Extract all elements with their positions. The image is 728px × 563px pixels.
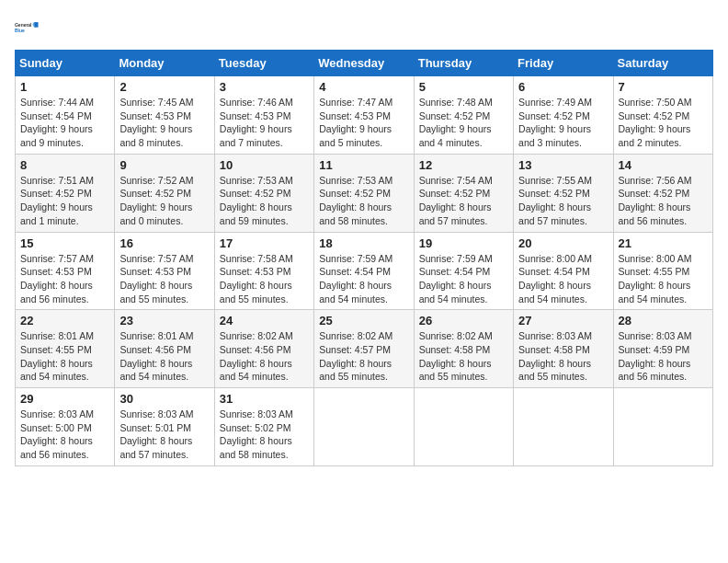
- calendar-day-31: 31 Sunrise: 8:03 AMSunset: 5:02 PMDaylig…: [214, 388, 313, 466]
- empty-cell: [314, 388, 414, 466]
- day-number: 23: [119, 314, 209, 327]
- calendar-day-28: 28 Sunrise: 8:03 AMSunset: 4:59 PMDaylig…: [613, 310, 712, 388]
- day-number: 9: [119, 158, 209, 172]
- day-info: Sunrise: 8:02 AMSunset: 4:58 PMDaylight:…: [419, 330, 493, 382]
- day-info: Sunrise: 7:49 AMSunset: 4:52 PMDaylight:…: [518, 97, 592, 148]
- day-number: 8: [20, 158, 109, 172]
- day-info: Sunrise: 7:46 AMSunset: 4:53 PMDaylight:…: [220, 97, 293, 148]
- day-number: 20: [518, 236, 608, 250]
- day-info: Sunrise: 8:01 AMSunset: 4:56 PMDaylight:…: [119, 330, 193, 382]
- calendar-day-6: 6 Sunrise: 7:49 AMSunset: 4:52 PMDayligh…: [514, 76, 613, 155]
- calendar-day-18: 18 Sunrise: 7:59 AMSunset: 4:54 PMDaylig…: [314, 232, 414, 310]
- calendar-day-26: 26 Sunrise: 8:02 AMSunset: 4:58 PMDaylig…: [414, 310, 513, 388]
- calendar-day-7: 7 Sunrise: 7:50 AMSunset: 4:52 PMDayligh…: [613, 76, 712, 155]
- logo: GeneralBlue: [15, 15, 40, 40]
- calendar-day-10: 10 Sunrise: 7:53 AMSunset: 4:52 PMDaylig…: [214, 154, 313, 232]
- calendar-week-2: 8 Sunrise: 7:51 AMSunset: 4:52 PMDayligh…: [16, 154, 713, 232]
- calendar-week-4: 22 Sunrise: 8:01 AMSunset: 4:55 PMDaylig…: [16, 310, 713, 388]
- calendar-day-24: 24 Sunrise: 8:02 AMSunset: 4:56 PMDaylig…: [214, 310, 313, 388]
- day-number: 3: [220, 80, 309, 94]
- day-info: Sunrise: 7:51 AMSunset: 4:52 PMDaylight:…: [20, 175, 94, 226]
- calendar-day-15: 15 Sunrise: 7:57 AMSunset: 4:53 PMDaylig…: [16, 232, 115, 310]
- day-number: 7: [619, 80, 708, 94]
- day-number: 25: [319, 314, 408, 327]
- weekday-header-sunday: Sunday: [16, 51, 115, 76]
- calendar-day-19: 19 Sunrise: 7:59 AMSunset: 4:54 PMDaylig…: [414, 232, 513, 310]
- weekday-header-wednesday: Wednesday: [314, 51, 414, 76]
- calendar-day-16: 16 Sunrise: 7:57 AMSunset: 4:53 PMDaylig…: [115, 232, 214, 310]
- day-number: 31: [220, 392, 309, 406]
- calendar-day-20: 20 Sunrise: 8:00 AMSunset: 4:54 PMDaylig…: [514, 232, 613, 310]
- calendar-day-29: 29 Sunrise: 8:03 AMSunset: 5:00 PMDaylig…: [16, 388, 115, 466]
- day-info: Sunrise: 8:03 AMSunset: 4:58 PMDaylight:…: [518, 330, 592, 382]
- day-number: 5: [419, 80, 508, 94]
- day-number: 4: [319, 80, 408, 94]
- day-info: Sunrise: 7:50 AMSunset: 4:52 PMDaylight:…: [619, 97, 692, 148]
- day-info: Sunrise: 7:59 AMSunset: 4:54 PMDaylight:…: [419, 253, 493, 304]
- calendar-day-8: 8 Sunrise: 7:51 AMSunset: 4:52 PMDayligh…: [16, 154, 115, 232]
- day-info: Sunrise: 7:59 AMSunset: 4:54 PMDaylight:…: [319, 253, 392, 304]
- day-info: Sunrise: 7:53 AMSunset: 4:52 PMDaylight:…: [220, 175, 293, 226]
- day-number: 2: [119, 80, 209, 94]
- day-number: 28: [619, 314, 708, 327]
- day-info: Sunrise: 7:57 AMSunset: 4:53 PMDaylight:…: [119, 253, 193, 304]
- day-number: 22: [20, 314, 109, 327]
- calendar-week-1: 1 Sunrise: 7:44 AMSunset: 4:54 PMDayligh…: [16, 76, 713, 155]
- day-info: Sunrise: 8:03 AMSunset: 5:00 PMDaylight:…: [20, 408, 94, 460]
- day-number: 30: [119, 392, 209, 406]
- day-info: Sunrise: 8:01 AMSunset: 4:55 PMDaylight:…: [20, 330, 94, 382]
- day-info: Sunrise: 8:03 AMSunset: 5:01 PMDaylight:…: [119, 408, 193, 460]
- empty-cell: [514, 388, 613, 466]
- calendar-day-11: 11 Sunrise: 7:53 AMSunset: 4:52 PMDaylig…: [314, 154, 414, 232]
- calendar-day-17: 17 Sunrise: 7:58 AMSunset: 4:53 PMDaylig…: [214, 232, 313, 310]
- day-info: Sunrise: 7:44 AMSunset: 4:54 PMDaylight:…: [20, 97, 94, 148]
- day-info: Sunrise: 7:57 AMSunset: 4:53 PMDaylight:…: [20, 253, 94, 304]
- day-number: 26: [419, 314, 508, 327]
- day-info: Sunrise: 7:56 AMSunset: 4:52 PMDaylight:…: [619, 175, 692, 226]
- day-info: Sunrise: 7:55 AMSunset: 4:52 PMDaylight:…: [518, 175, 592, 226]
- day-number: 14: [619, 158, 708, 172]
- day-info: Sunrise: 7:45 AMSunset: 4:53 PMDaylight:…: [119, 97, 193, 148]
- calendar-day-4: 4 Sunrise: 7:47 AMSunset: 4:53 PMDayligh…: [314, 76, 414, 155]
- day-number: 6: [518, 80, 608, 94]
- svg-marker-2: [34, 22, 38, 28]
- empty-cell: [613, 388, 712, 466]
- day-number: 15: [20, 236, 109, 250]
- day-number: 12: [419, 158, 508, 172]
- calendar-day-25: 25 Sunrise: 8:02 AMSunset: 4:57 PMDaylig…: [314, 310, 414, 388]
- day-info: Sunrise: 7:54 AMSunset: 4:52 PMDaylight:…: [419, 175, 493, 226]
- calendar-week-3: 15 Sunrise: 7:57 AMSunset: 4:53 PMDaylig…: [16, 232, 713, 310]
- day-info: Sunrise: 8:00 AMSunset: 4:55 PMDaylight:…: [619, 253, 692, 304]
- day-number: 11: [319, 158, 408, 172]
- weekday-header-thursday: Thursday: [414, 51, 513, 76]
- day-number: 10: [220, 158, 309, 172]
- day-info: Sunrise: 8:02 AMSunset: 4:56 PMDaylight:…: [220, 330, 293, 382]
- day-number: 18: [319, 236, 408, 250]
- calendar-day-22: 22 Sunrise: 8:01 AMSunset: 4:55 PMDaylig…: [16, 310, 115, 388]
- calendar-day-23: 23 Sunrise: 8:01 AMSunset: 4:56 PMDaylig…: [115, 310, 214, 388]
- day-info: Sunrise: 7:48 AMSunset: 4:52 PMDaylight:…: [419, 97, 493, 148]
- day-info: Sunrise: 7:53 AMSunset: 4:52 PMDaylight:…: [319, 175, 392, 226]
- calendar-day-2: 2 Sunrise: 7:45 AMSunset: 4:53 PMDayligh…: [115, 76, 214, 155]
- day-info: Sunrise: 8:03 AMSunset: 5:02 PMDaylight:…: [220, 408, 293, 460]
- calendar-day-30: 30 Sunrise: 8:03 AMSunset: 5:01 PMDaylig…: [115, 388, 214, 466]
- calendar-day-5: 5 Sunrise: 7:48 AMSunset: 4:52 PMDayligh…: [414, 76, 513, 155]
- calendar-day-3: 3 Sunrise: 7:46 AMSunset: 4:53 PMDayligh…: [214, 76, 313, 155]
- weekday-header-saturday: Saturday: [613, 51, 712, 76]
- day-number: 27: [518, 314, 608, 327]
- calendar-day-12: 12 Sunrise: 7:54 AMSunset: 4:52 PMDaylig…: [414, 154, 513, 232]
- day-info: Sunrise: 7:58 AMSunset: 4:53 PMDaylight:…: [220, 253, 293, 304]
- day-info: Sunrise: 7:52 AMSunset: 4:52 PMDaylight:…: [119, 175, 193, 226]
- weekday-header-monday: Monday: [115, 51, 214, 76]
- empty-cell: [414, 388, 513, 466]
- day-number: 21: [619, 236, 708, 250]
- day-number: 29: [20, 392, 109, 406]
- svg-text:Blue: Blue: [15, 29, 25, 33]
- day-number: 13: [518, 158, 608, 172]
- calendar-week-5: 29 Sunrise: 8:03 AMSunset: 5:00 PMDaylig…: [16, 388, 713, 466]
- calendar-day-14: 14 Sunrise: 7:56 AMSunset: 4:52 PMDaylig…: [613, 154, 712, 232]
- day-info: Sunrise: 8:02 AMSunset: 4:57 PMDaylight:…: [319, 330, 392, 382]
- day-info: Sunrise: 8:00 AMSunset: 4:54 PMDaylight:…: [518, 253, 592, 304]
- day-info: Sunrise: 7:47 AMSunset: 4:53 PMDaylight:…: [319, 97, 392, 148]
- calendar-day-9: 9 Sunrise: 7:52 AMSunset: 4:52 PMDayligh…: [115, 154, 214, 232]
